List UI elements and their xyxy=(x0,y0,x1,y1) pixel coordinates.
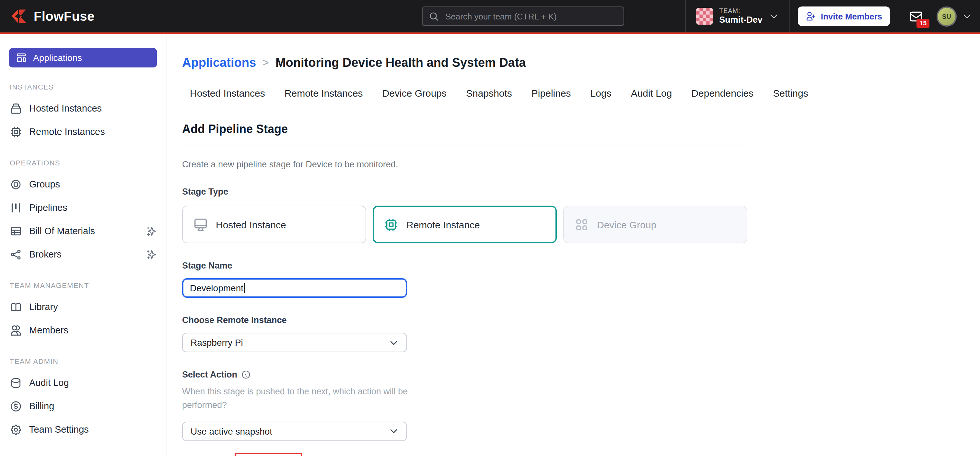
audit-log-icon xyxy=(10,376,22,389)
stage-type-device-group: Device Group xyxy=(563,206,747,243)
sidebar-item-pipelines[interactable]: Pipelines xyxy=(0,196,167,219)
sidebar-item-label: Bill Of Materials xyxy=(29,226,95,236)
sidebar-section-instances: INSTANCES xyxy=(10,83,167,91)
sidebar-section-team-admin: TEAM ADMIN xyxy=(10,357,167,365)
sidebar-item-billing[interactable]: Billing xyxy=(0,394,167,418)
tab-remote-instances[interactable]: Remote Instances xyxy=(285,88,363,99)
stage-name-label: Stage Name xyxy=(182,261,749,271)
sidebar-item-brokers[interactable]: Brokers xyxy=(0,242,167,266)
invite-members-button[interactable]: Invite Members xyxy=(798,6,890,26)
user-add-icon xyxy=(806,11,816,21)
sidebar-item-label: Team Settings xyxy=(29,424,89,435)
sparkles-icon xyxy=(146,249,157,260)
chevron-down-icon xyxy=(769,11,780,21)
brand-home-link[interactable]: FlowFuse xyxy=(0,8,95,24)
form-title: Add Pipeline Stage xyxy=(182,123,749,136)
brand-name: FlowFuse xyxy=(34,9,95,24)
sidebar-item-label: Audit Log xyxy=(29,378,69,388)
sidebar-item-bill-of-materials[interactable]: Bill Of Materials xyxy=(0,219,167,242)
sidebar-item-applications[interactable]: Applications xyxy=(9,48,157,67)
sparkles-icon xyxy=(146,225,157,236)
team-search-box[interactable] xyxy=(422,6,624,26)
remote-instance-card-icon xyxy=(384,217,399,232)
tab-logs[interactable]: Logs xyxy=(590,88,611,99)
device-group-card-icon xyxy=(574,217,589,232)
pipelines-icon xyxy=(10,201,22,214)
tab-pipelines[interactable]: Pipelines xyxy=(531,88,571,99)
sidebar-item-label: Groups xyxy=(29,179,60,190)
sidebar-item-library[interactable]: Library xyxy=(0,295,167,319)
add-pipeline-stage-form: Add Pipeline Stage Create a new pipeline… xyxy=(182,123,749,456)
tab-audit-log[interactable]: Audit Log xyxy=(631,88,672,99)
applications-icon xyxy=(16,52,27,64)
sidebar-item-members[interactable]: Members xyxy=(0,319,167,342)
flowfuse-logo-icon xyxy=(10,8,29,24)
brokers-icon xyxy=(10,248,22,260)
sidebar-item-label: Library xyxy=(29,301,58,312)
team-info: TEAM: Sumit-Dev xyxy=(719,8,762,25)
breadcrumb: Applications > Monitoring Device Health … xyxy=(182,56,980,70)
form-description: Create a new pipeline stage for Device t… xyxy=(182,159,749,169)
groups-icon xyxy=(10,178,22,190)
stage-type-option-label: Device Group xyxy=(597,219,656,230)
team-avatar xyxy=(696,8,713,25)
annotation-highlight-box xyxy=(235,453,302,456)
stage-name-value: Development xyxy=(190,283,243,293)
action-select[interactable]: Use active snapshot xyxy=(182,422,407,441)
remote-instance-label: Choose Remote Instance xyxy=(182,315,749,325)
search-input[interactable] xyxy=(444,11,617,22)
main-content: Applications > Monitoring Device Health … xyxy=(167,34,980,456)
stage-type-label: Stage Type xyxy=(182,187,749,196)
stage-type-option-label: Hosted Instance xyxy=(216,219,286,230)
tab-device-groups[interactable]: Device Groups xyxy=(382,88,447,99)
tab-dependencies[interactable]: Dependencies xyxy=(691,88,754,99)
billing-icon xyxy=(10,400,22,412)
sidebar-item-team-settings[interactable]: Team Settings xyxy=(0,418,167,441)
sidebar-item-label: Members xyxy=(29,325,68,335)
search-icon xyxy=(429,11,439,21)
sidebar-item-label: Pipelines xyxy=(29,202,67,213)
app-window: FlowFuse xyxy=(0,0,980,456)
team-name: Sumit-Dev xyxy=(719,15,762,25)
notification-badge: 15 xyxy=(917,19,929,27)
tab-settings[interactable]: Settings xyxy=(773,88,808,99)
tab-hosted-instances[interactable]: Hosted Instances xyxy=(190,88,265,99)
sidebar-section-operations: OPERATIONS xyxy=(10,159,167,167)
tab-snapshots[interactable]: Snapshots xyxy=(466,88,512,99)
user-menu-chevron-icon[interactable] xyxy=(962,11,972,21)
invite-members-label: Invite Members xyxy=(821,11,882,21)
members-icon xyxy=(10,324,22,336)
breadcrumb-separator: > xyxy=(262,56,269,69)
text-cursor xyxy=(244,283,245,293)
application-tabs: Hosted Instances Remote Instances Device… xyxy=(190,88,980,99)
stage-type-options: Hosted Instance Remote Instance Device G… xyxy=(182,206,749,243)
sidebar-item-label: Brokers xyxy=(29,249,62,260)
chevron-down-icon xyxy=(389,426,399,436)
stage-type-remote-instance[interactable]: Remote Instance xyxy=(373,206,557,243)
invite-wrap: Invite Members xyxy=(791,0,898,32)
page-title: Monitoring Device Health and System Data xyxy=(275,56,526,70)
chevron-down-icon xyxy=(389,338,399,348)
user-avatar[interactable]: SU xyxy=(937,6,957,26)
team-selector[interactable]: TEAM: Sumit-Dev xyxy=(685,0,791,32)
remote-instance-select[interactable]: Raspberry Pi xyxy=(182,333,407,352)
sidebar: Applications INSTANCES Hosted Instances … xyxy=(0,34,167,456)
sidebar-item-label: Billing xyxy=(29,401,54,411)
notifications-button[interactable]: 15 xyxy=(898,9,934,24)
sidebar-item-remote-instances[interactable]: Remote Instances xyxy=(0,120,167,143)
team-label: TEAM: xyxy=(719,8,762,15)
select-action-label: Select Action xyxy=(182,370,237,379)
breadcrumb-applications-link[interactable]: Applications xyxy=(182,56,256,70)
sidebar-item-groups[interactable]: Groups xyxy=(0,172,167,196)
info-icon[interactable] xyxy=(241,370,251,379)
select-action-label-row: Select Action xyxy=(182,370,749,379)
sidebar-item-hosted-instances[interactable]: Hosted Instances xyxy=(0,97,167,120)
stage-type-hosted-instance[interactable]: Hosted Instance xyxy=(182,206,366,243)
team-settings-icon xyxy=(10,423,22,435)
sidebar-item-label: Remote Instances xyxy=(29,126,105,137)
divider xyxy=(182,145,749,145)
stage-name-input[interactable]: Development xyxy=(182,278,407,298)
sidebar-item-audit-log[interactable]: Audit Log xyxy=(0,371,167,394)
hosted-instances-icon xyxy=(10,102,22,115)
stage-type-option-label: Remote Instance xyxy=(406,219,480,230)
